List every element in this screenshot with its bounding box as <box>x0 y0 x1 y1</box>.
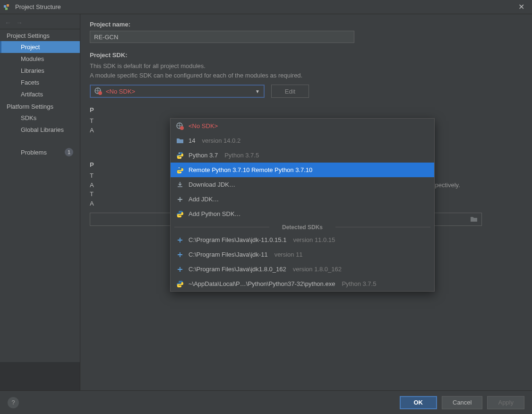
svg-point-9 <box>179 167 180 168</box>
dd-item-remote-python[interactable]: Remote Python 3.7.10 Remote Python 3.7.1… <box>171 163 434 177</box>
sidebar-item-project[interactable]: Project <box>0 41 80 53</box>
dd-remote-name: Remote Python 3.7.10 Remote Python 3.7.1… <box>189 166 312 173</box>
dd-item-detected-2[interactable]: C:\Program Files\Java\jdk-11 version 11 <box>171 247 434 262</box>
app-logo-icon <box>4 3 11 11</box>
sdk-desc-2: A module specific SDK can be configured … <box>90 71 523 80</box>
svg-rect-0 <box>4 5 6 8</box>
lang-level-label-peek: P <box>90 106 523 113</box>
cancel-button[interactable]: Cancel <box>442 396 482 409</box>
problems-badge: 1 <box>65 148 73 156</box>
folder-icon <box>176 137 184 145</box>
python-add-icon <box>176 210 184 218</box>
sidebar-item-modules[interactable]: Modules <box>0 53 80 65</box>
dd-add-jdk-label: Add JDK… <box>189 196 219 203</box>
dd-item-jdk14[interactable]: 14 version 14.0.2 <box>171 133 434 148</box>
chevron-down-icon: ▼ <box>255 89 260 94</box>
dd-item-no-sdk[interactable]: <No SDK> <box>171 119 434 133</box>
sidebar-gutter <box>0 362 80 390</box>
sidebar: ← → Project Settings Project Modules Lib… <box>0 14 80 390</box>
dialog-footer: ? OK Cancel Apply <box>0 390 532 414</box>
project-name-label: Project name: <box>90 21 523 28</box>
java-plus-icon <box>176 251 184 259</box>
java-plus-icon <box>176 266 184 273</box>
close-icon[interactable]: ✕ <box>515 0 528 13</box>
project-sdk-label: Project SDK: <box>90 52 523 59</box>
dd-item-add-jdk[interactable]: Add JDK… <box>171 192 434 207</box>
ok-button[interactable]: OK <box>400 396 438 409</box>
sdk-dropdown: <No SDK> 14 version 14.0.2 Python 3.7 Py… <box>170 118 435 292</box>
nav-back-forward: ← → <box>0 16 80 29</box>
java-plus-icon <box>176 236 184 244</box>
main-panel: Project name: Project SDK: This SDK is d… <box>80 14 532 390</box>
svg-point-7 <box>179 153 180 154</box>
edit-sdk-button[interactable]: Edit <box>271 85 309 98</box>
dd-item-detected-4[interactable]: ~\AppData\Local\P…\Python\Python37-32\py… <box>171 276 434 291</box>
python-icon <box>176 166 184 174</box>
svg-point-6 <box>180 126 184 130</box>
project-sdk-combo[interactable]: <No SDK> ▼ <box>90 85 265 98</box>
dd-detected-header: Detected SDKs <box>171 221 434 233</box>
python-icon <box>176 152 184 159</box>
python-plus-icon <box>176 280 184 288</box>
sidebar-item-artifacts[interactable]: Artifacts <box>0 88 80 100</box>
titlebar: Project Structure ✕ <box>0 0 532 14</box>
sdk-desc-1: This SDK is default for all project modu… <box>90 61 523 71</box>
dd-add-python-label: Add Python SDK… <box>189 210 241 217</box>
dd-py37-ver: Python 3.7.5 <box>224 152 259 159</box>
download-icon <box>176 181 184 189</box>
dd-item-python37[interactable]: Python 3.7 Python 3.7.5 <box>171 148 434 163</box>
plus-icon <box>176 196 184 203</box>
svg-rect-2 <box>5 8 8 10</box>
dd-det1-name: C:\Program Files\Java\jdk-11.0.15.1 <box>189 236 286 243</box>
problems-label: Problems <box>21 149 47 156</box>
sidebar-item-facets[interactable]: Facets <box>0 77 80 88</box>
sidebar-item-global-libraries[interactable]: Global Libraries <box>0 124 80 136</box>
svg-point-10 <box>180 172 181 173</box>
help-button[interactable]: ? <box>8 397 19 408</box>
dd-jdk14-name: 14 <box>189 137 195 144</box>
sidebar-item-libraries[interactable]: Libraries <box>0 65 80 77</box>
globe-error-icon <box>176 122 184 130</box>
sdk-combo-value: <No SDK> <box>106 88 135 95</box>
dd-item-add-python-sdk[interactable]: Add Python SDK… <box>171 207 434 221</box>
dd-no-sdk-label: <No SDK> <box>189 122 218 129</box>
svg-point-4 <box>98 91 102 95</box>
window-title: Project Structure <box>15 3 61 10</box>
dd-det2-ver: version 11 <box>275 251 303 258</box>
dd-item-detected-1[interactable]: C:\Program Files\Java\jdk-11.0.15.1 vers… <box>171 233 434 247</box>
dd-det4-name: ~\AppData\Local\P…\Python\Python37-32\py… <box>189 280 335 287</box>
back-icon[interactable]: ← <box>5 19 11 26</box>
sidebar-item-sdks[interactable]: SDKs <box>0 112 80 124</box>
folder-open-icon[interactable] <box>470 216 478 224</box>
dd-det2-name: C:\Program Files\Java\jdk-11 <box>189 251 268 258</box>
project-name-field[interactable] <box>90 31 354 43</box>
dd-jdk14-ver: version 14.0.2 <box>202 137 240 144</box>
dd-download-jdk-label: Download JDK… <box>189 181 235 188</box>
sidebar-cat-project-settings: Project Settings <box>0 29 80 41</box>
sidebar-cat-platform-settings: Platform Settings <box>0 100 80 112</box>
dd-item-detected-3[interactable]: C:\Program Files\Java\jdk1.8.0_162 versi… <box>171 262 434 276</box>
dd-py37-name: Python 3.7 <box>189 152 218 159</box>
dd-det4-ver: Python 3.7.5 <box>342 280 376 287</box>
globe-error-icon <box>94 87 102 95</box>
svg-rect-1 <box>7 4 9 7</box>
forward-icon[interactable]: → <box>16 19 23 26</box>
svg-point-8 <box>180 157 181 158</box>
sidebar-item-problems[interactable]: Problems 1 <box>0 145 80 159</box>
dd-det3-ver: version 1.8.0_162 <box>293 266 342 273</box>
dd-det3-name: C:\Program Files\Java\jdk1.8.0_162 <box>189 266 286 273</box>
apply-button[interactable]: Apply <box>487 396 524 409</box>
dd-item-download-jdk[interactable]: Download JDK… <box>171 177 434 192</box>
dd-det1-ver: version 11.0.15 <box>293 236 335 243</box>
